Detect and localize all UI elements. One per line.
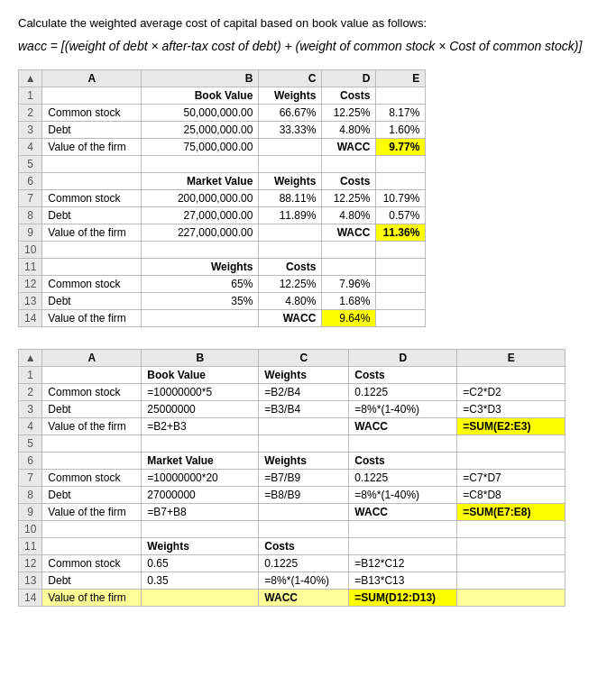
cell-a2: Common stock [42,555,142,572]
col-header-c: C [259,70,322,87]
cell-a: Debt [42,293,142,310]
cell-b2: =10000000*5 [142,384,259,401]
table-row: 9Value of the firm227,000,000.00WACC11.3… [19,224,426,242]
table-row: 13Debt0.35=8%*(1-40%)=B13*C13 [19,572,565,590]
cell-d2: =8%*(1-40%) [349,401,457,418]
values-table: ▲ A B C D E 1Book ValueWeightsCosts2Comm… [18,69,426,327]
table-row: 12Common stock65%12.25%7.96% [19,276,426,293]
row-number: 8 [19,207,42,224]
cell-c: 66.67% [259,105,322,122]
cell-a [42,173,142,190]
cell-a2: Value of the firm [42,590,142,607]
table-row: 11WeightsCosts [19,259,426,276]
cell-d2: =B12*C12 [349,555,457,572]
cell-c [259,242,322,259]
cell-e: 0.57% [376,207,426,224]
cell-b: 27,000,000.00 [142,207,259,224]
table-row: 11WeightsCosts [19,538,565,555]
cell-e2: =SUM(E7:E8) [457,504,565,521]
formula-table: ▲ A B C D E 1Book ValueWeightsCosts2Comm… [18,349,565,607]
cell-c: 88.11% [259,190,322,207]
row-number: 2 [19,384,42,401]
cell-e: 9.77% [376,139,426,156]
cell-b2: 27000000 [142,487,259,504]
cell-e2 [457,555,565,572]
table-row: 3Debt25000000=B3/B4=8%*(1-40%)=C3*D3 [19,401,565,418]
cell-d [322,259,376,276]
cell-c: 33.33% [259,122,322,139]
table-row: 7Common stock=10000000*20=B7/B90.1225=C7… [19,470,565,487]
cell-d2: 0.1225 [349,384,457,401]
cell-e [376,173,426,190]
table-row: 6Market ValueWeightsCosts [19,173,426,190]
cell-e2 [457,435,565,453]
cell-e2 [457,367,565,384]
table-row: 14Value of the firmWACC=SUM(D12:D13) [19,590,565,607]
cell-a2: Common stock [42,384,142,401]
table-row: 2Common stock=10000000*5=B2/B40.1225=C2*… [19,384,565,401]
cell-c2: Weights [259,367,349,384]
cell-b2: =B2+B3 [142,418,259,435]
cell-c2: WACC [259,590,349,607]
row-number: 14 [19,310,42,327]
col-header-b2: B [142,350,259,367]
table-row: 14Value of the firmWACC9.64% [19,310,426,327]
table-row: 4Value of the firm=B2+B3WACC=SUM(E2:E3) [19,418,565,435]
table-row: 8Debt27000000=B8/B9=8%*(1-40%)=C8*D8 [19,487,565,504]
formula-spreadsheet: ▲ A B C D E 1Book ValueWeightsCosts2Comm… [18,349,598,607]
formula-display: wacc = [(weight of debt × after-tax cost… [18,39,598,53]
cell-b: 227,000,000.00 [142,224,259,242]
cell-d: WACC [322,139,376,156]
row-number: 10 [19,521,42,538]
cell-b2 [142,521,259,538]
cell-a2: Value of the firm [42,418,142,435]
cell-c2 [259,435,349,453]
corner-cell: ▲ [19,70,42,87]
row-number: 2 [19,105,42,122]
table-row: 1Book ValueWeightsCosts [19,87,426,105]
row-number: 3 [19,122,42,139]
cell-e2: =C2*D2 [457,384,565,401]
cell-a2 [42,435,142,453]
col-header-c2: C [259,350,349,367]
cell-c2: Costs [259,538,349,555]
row-number: 9 [19,504,42,521]
cell-a2 [42,453,142,470]
cell-c: 4.80% [259,293,322,310]
cell-b2: =B7+B8 [142,504,259,521]
cell-c2 [259,418,349,435]
table-row: 10 [19,242,426,259]
cell-b [142,242,259,259]
cell-a2: Debt [42,487,142,504]
cell-e [376,242,426,259]
cell-a2: Value of the firm [42,504,142,521]
cell-d: 7.96% [322,276,376,293]
cell-a: Common stock [42,276,142,293]
cell-a2 [42,521,142,538]
cell-e [376,87,426,105]
cell-e: 1.60% [376,122,426,139]
table-row: 10 [19,521,565,538]
cell-b2 [142,590,259,607]
col-header-d: D [322,70,376,87]
cell-d2: Costs [349,453,457,470]
table-row: 4Value of the firm75,000,000.00WACC9.77% [19,139,426,156]
cell-d2 [349,435,457,453]
table-row: 7Common stock200,000,000.0088.11%12.25%1… [19,190,426,207]
row-number: 11 [19,259,42,276]
cell-e [376,310,426,327]
row-number: 9 [19,224,42,242]
cell-d2: WACC [349,504,457,521]
row-number: 12 [19,276,42,293]
cell-b: Book Value [142,87,259,105]
table-row: 9Value of the firm=B7+B8WACC=SUM(E7:E8) [19,504,565,521]
cell-e [376,276,426,293]
row-number: 14 [19,590,42,607]
cell-c2: =B8/B9 [259,487,349,504]
row-number: 6 [19,173,42,190]
cell-b: Market Value [142,173,259,190]
cell-e2 [457,572,565,590]
row-number: 5 [19,156,42,173]
cell-a [42,87,142,105]
cell-a2: Common stock [42,470,142,487]
